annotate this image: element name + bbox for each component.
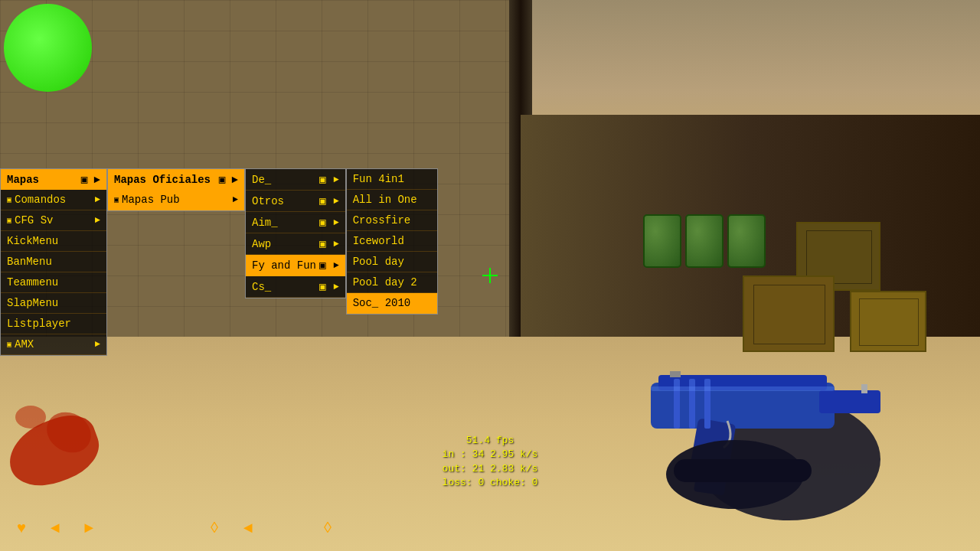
banmenu-label: BanMenu (7, 256, 100, 268)
all-in-one-label: All in One (353, 194, 431, 206)
cfgsv-icon: ▣ (7, 216, 11, 225)
amx-label: AMX (15, 338, 90, 350)
menu-crossfire[interactable]: Crossfire (347, 210, 437, 231)
svg-rect-3 (819, 390, 880, 413)
menu-all-in-one[interactable]: All in One (347, 190, 437, 210)
otros-icon: ▣ (319, 194, 325, 207)
menu-fun4in1[interactable]: Fun 4in1 (347, 169, 437, 190)
crossfire-label: Crossfire (353, 214, 431, 227)
mapas-oficiales-title: Mapas Oficiales (114, 174, 211, 186)
otros-label: Otros (252, 195, 316, 207)
mapas-pub-icon: ▣ (114, 195, 119, 204)
net-loss: loss: 0 choke: 0 (443, 476, 538, 490)
menu-banmenu[interactable]: BanMenu (1, 252, 106, 272)
awp-label: Awp (252, 238, 316, 250)
iceworld-label: Iceworld (353, 235, 431, 247)
main-menu-title: Mapas (7, 174, 39, 186)
menu-soc-2010[interactable]: Soc_ 2010 (347, 293, 437, 314)
main-menu: Mapas ▣ ► ▣ Comandos ► ▣ CFG Sv ► KickMe… (0, 168, 107, 356)
hud-icon-6: ◊ (314, 514, 341, 542)
teammenu-label: Teammenu (7, 276, 100, 289)
cs-icon: ▣ (319, 280, 325, 293)
menu-mapas-pub[interactable]: ▣ Mapas Pub ► (108, 190, 244, 210)
amx-arrow: ► (95, 339, 100, 350)
menu-pool-day[interactable]: Pool day (347, 252, 437, 272)
menu-system: Mapas ▣ ► ▣ Comandos ► ▣ CFG Sv ► KickMe… (0, 168, 438, 356)
hud-icon-3: ► (75, 514, 103, 542)
svg-rect-9 (861, 384, 867, 393)
fy-icon: ▣ (319, 259, 325, 272)
menu-awp[interactable]: Awp ▣ ► (246, 233, 345, 255)
menu-de[interactable]: De_ ▣ ► (246, 169, 345, 191)
cfgsv-arrow: ► (95, 215, 100, 226)
mapas-oficiales-header: Mapas Oficiales ▣ ► (108, 169, 244, 190)
menu-cfgsv[interactable]: ▣ CFG Sv ► (1, 210, 106, 231)
aim-icon: ▣ (319, 216, 325, 229)
crosshair (482, 268, 498, 283)
svg-rect-11 (651, 386, 835, 391)
slapmenu-label: SlapMenu (7, 297, 100, 309)
menu-iceworld[interactable]: Iceworld (347, 231, 437, 252)
de-label: De_ (252, 174, 316, 186)
aim-arrow: ► (333, 217, 338, 228)
aim-label: Aim_ (252, 217, 316, 229)
menu-pool-day-2[interactable]: Pool day 2 (347, 272, 437, 293)
menu-otros[interactable]: Otros ▣ ► (246, 191, 345, 212)
pool-day-2-label: Pool day 2 (353, 276, 431, 289)
comandos-icon: ▣ (7, 195, 11, 204)
mapas-pub-label: Mapas Pub (122, 194, 228, 206)
pool-day-label: Pool day (353, 256, 431, 268)
fun4in1-label: Fun 4in1 (353, 173, 431, 185)
menu-teammenu[interactable]: Teammenu (1, 272, 106, 293)
menu-listplayer[interactable]: Listplayer (1, 314, 106, 334)
menu-fy-and-fun[interactable]: Fy and Fun ▣ ► (246, 255, 345, 276)
net-out: out: 21 2.83 k/s (443, 462, 538, 476)
de-arrow: ► (333, 174, 338, 185)
mapas-oficiales-icons: ▣ ► (219, 173, 238, 186)
comandos-label: Comandos (15, 194, 90, 206)
svg-rect-6 (674, 379, 680, 429)
hud-bottom: ♥ ◄ ► ◊ ◄ ◊ (0, 505, 980, 551)
awp-arrow: ► (333, 239, 338, 249)
fy-fun-menu: Fun 4in1 All in One Crossfire Iceworld P… (346, 168, 438, 315)
cfgsv-label: CFG Sv (15, 214, 90, 227)
kickmenu-label: KickMenu (7, 235, 100, 247)
amx-icon: ▣ (7, 340, 11, 349)
fy-arrow: ► (333, 260, 338, 271)
menu-slapmenu[interactable]: SlapMenu (1, 293, 106, 314)
de-icon: ▣ (319, 173, 325, 186)
soc-2010-label: Soc_ 2010 (353, 297, 431, 309)
menu-kickmenu[interactable]: KickMenu (1, 231, 106, 252)
cs-arrow: ► (333, 282, 338, 292)
svg-rect-8 (704, 379, 710, 429)
main-menu-icons: ▣ ► (81, 173, 100, 186)
comandos-arrow: ► (95, 194, 100, 205)
cs-label: Cs_ (252, 281, 316, 293)
main-menu-header: Mapas ▣ ► (1, 169, 106, 190)
blood-splash (0, 398, 138, 490)
hud-icon-1: ♥ (8, 514, 35, 542)
mapas-pub-menu: De_ ▣ ► Otros ▣ ► Aim_ ▣ ► Awp ▣ ► Fy an… (245, 168, 346, 298)
mapas-menu: Mapas Oficiales ▣ ► ▣ Mapas Pub ► (107, 168, 245, 211)
fps-value: 51.4 fps (443, 434, 538, 448)
weapon-display (559, 245, 903, 520)
hud-icon-2: ◄ (41, 514, 69, 542)
menu-aim[interactable]: Aim_ ▣ ► (246, 212, 345, 233)
menu-cs[interactable]: Cs_ ▣ ► (246, 276, 345, 298)
svg-rect-7 (689, 379, 695, 429)
awp-icon: ▣ (319, 237, 325, 250)
hud-icon-5: ◄ (234, 514, 262, 542)
svg-rect-10 (670, 371, 681, 377)
mapas-pub-arrow: ► (233, 194, 238, 205)
green-circle (4, 4, 92, 92)
hud-icon-4: ◊ (201, 514, 228, 542)
otros-arrow: ► (333, 196, 338, 207)
menu-comandos[interactable]: ▣ Comandos ► (1, 190, 106, 210)
svg-rect-13 (674, 459, 812, 482)
net-in: in : 34 2.95 k/s (443, 448, 538, 461)
fps-counter: 51.4 fps in : 34 2.95 k/s out: 21 2.83 k… (443, 434, 538, 490)
listplayer-label: Listplayer (7, 318, 100, 330)
menu-amx[interactable]: ▣ AMX ► (1, 334, 106, 355)
fy-and-fun-label: Fy and Fun (252, 259, 316, 272)
